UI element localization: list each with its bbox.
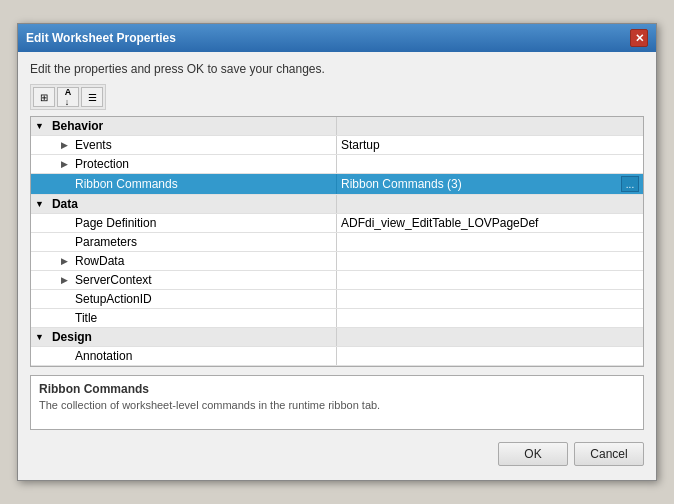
server-context-value [337,271,643,289]
annotation-name: Annotation [31,347,337,365]
design-group-row[interactable]: ▼ Design [31,328,643,347]
title-prop-name: Title [31,309,337,327]
ribbon-commands-row[interactable]: Ribbon Commands Ribbon Commands (3) ... [31,174,643,195]
setup-action-id-row[interactable]: SetupActionID [31,290,643,309]
design-group-name: ▼ Design [31,328,337,346]
ribbon-commands-ellipsis-button[interactable]: ... [621,176,639,192]
row-data-name: ▶ RowData [31,252,337,270]
behavior-group-value [337,117,643,135]
page-definition-value: ADFdi_view_EditTable_LOVPageDef [337,214,643,232]
title-bar: Edit Worksheet Properties ✕ [18,24,656,52]
row-data-value [337,252,643,270]
close-button[interactable]: ✕ [630,29,648,47]
ok-button[interactable]: OK [498,442,568,466]
protection-name: ▶ Protection [31,155,337,173]
cancel-button[interactable]: Cancel [574,442,644,466]
design-expand-icon: ▼ [35,332,44,342]
sort-alpha-icon: A↓ [65,87,72,107]
title-row[interactable]: Title [31,309,643,328]
sort-category-icon: ⊞ [40,92,48,103]
sort-category-button[interactable]: ⊞ [33,87,55,107]
description-panel: Ribbon Commands The collection of worksh… [30,375,644,430]
row-data-row[interactable]: ▶ RowData [31,252,643,271]
annotation-value [337,347,643,365]
behavior-expand-icon: ▼ [35,121,44,131]
server-context-row[interactable]: ▶ ServerContext [31,271,643,290]
protection-expand-icon: ▶ [61,159,71,169]
page-definition-row[interactable]: Page Definition ADFdi_view_EditTable_LOV… [31,214,643,233]
parameters-name: Parameters [31,233,337,251]
setup-action-id-name: SetupActionID [31,290,337,308]
server-context-expand-icon: ▶ [61,275,71,285]
description-title: Ribbon Commands [39,382,635,396]
annotation-row[interactable]: Annotation [31,347,643,366]
events-row[interactable]: ▶ Events Startup [31,136,643,155]
title-prop-value [337,309,643,327]
behavior-group-name: ▼ Behavior [31,117,337,135]
data-group-name: ▼ Data [31,195,337,213]
data-group-value [337,195,643,213]
events-value: Startup [337,136,643,154]
events-name: ▶ Events [31,136,337,154]
description-text: The collection of worksheet-level comman… [39,399,635,411]
parameters-row[interactable]: Parameters [31,233,643,252]
protection-value [337,155,643,173]
dialog-title: Edit Worksheet Properties [26,31,176,45]
expand-all-button[interactable]: ☰ [81,87,103,107]
setup-action-id-value [337,290,643,308]
data-group-row[interactable]: ▼ Data [31,195,643,214]
server-context-name: ▶ ServerContext [31,271,337,289]
sort-alpha-button[interactable]: A↓ [57,87,79,107]
protection-row[interactable]: ▶ Protection [31,155,643,174]
events-expand-icon: ▶ [61,140,71,150]
expand-all-icon: ☰ [88,92,97,103]
data-expand-icon: ▼ [35,199,44,209]
parameters-value [337,233,643,251]
ribbon-commands-name: Ribbon Commands [31,174,337,194]
dialog-body: Edit the properties and press OK to save… [18,52,656,480]
design-group-value [337,328,643,346]
properties-table[interactable]: ▼ Behavior ▶ Events Startup ▶ Pro [30,116,644,367]
dialog-footer: OK Cancel [30,438,644,470]
properties-toolbar: ⊞ A↓ ☰ [30,84,106,110]
ribbon-commands-value: Ribbon Commands (3) ... [337,174,643,194]
behavior-group-row[interactable]: ▼ Behavior [31,117,643,136]
row-data-expand-icon: ▶ [61,256,71,266]
page-definition-name: Page Definition [31,214,337,232]
edit-worksheet-dialog: Edit Worksheet Properties ✕ Edit the pro… [17,23,657,481]
instructions-text: Edit the properties and press OK to save… [30,62,644,76]
